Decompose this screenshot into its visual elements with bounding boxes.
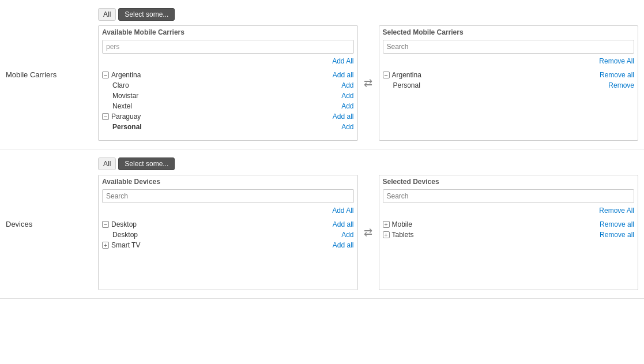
selected-devices-remove-all-link[interactable]: Remove All [599,207,634,215]
devices-transfer-icon: ⇄ [358,226,379,239]
selected-devices-group-tablets: + Tablets Remove all [379,230,638,240]
desktop-item: Desktop Add [99,230,357,240]
nextel-item: Nextel Add [99,101,357,111]
available-carriers-group-argentina: − Argentina Add all [99,70,357,80]
mobile-carriers-content: All Select some... Available Mobile Carr… [92,6,644,143]
mobile-carriers-dual-list: Available Mobile Carriers Add All − Arge… [98,25,638,141]
tablets-remove-all-link[interactable]: Remove all [600,231,634,239]
selected-devices-search[interactable] [383,189,635,203]
claro-item: Claro Add [99,80,357,91]
paraguay-group-label: Paraguay [111,112,333,121]
claro-add-link[interactable]: Add [341,81,353,89]
devices-section: Devices All Select some... Available Dev… [0,149,644,299]
available-mobile-carriers-header: Available Mobile Carriers [99,26,357,37]
desktop-collapse-icon[interactable]: − [102,221,109,228]
desktop-add-all-link[interactable]: Add all [333,220,354,228]
personal-selected-item: Personal Remove [379,80,638,91]
selected-argentina-group-label: Argentina [392,71,600,79]
available-mobile-carriers-add-all-link[interactable]: Add All [332,57,353,65]
personal-available-item: Personal Add [99,122,357,132]
mobile-carriers-all-button[interactable]: All [98,8,116,21]
available-mobile-carriers-search-wrapper [99,37,357,56]
paraguay-add-all-link[interactable]: Add all [333,112,354,121]
available-devices-search-wrapper [99,187,357,205]
argentina-group-label: Argentina [111,71,333,79]
claro-label: Claro [112,81,341,89]
movistar-label: Movistar [112,92,341,100]
personal-available-label: Personal [112,123,341,131]
devices-all-button[interactable]: All [98,157,116,170]
desktop-group-label: Desktop [111,220,333,228]
nextel-label: Nextel [112,102,341,110]
tablets-expand-icon[interactable]: + [383,231,390,238]
smarttv-expand-icon[interactable]: + [102,242,109,249]
selected-mobile-carriers-remove-all-link[interactable]: Remove All [599,57,634,65]
available-carriers-group-paraguay: − Paraguay Add all [99,111,357,122]
devices-content: All Select some... Available Devices Add… [92,155,644,292]
movistar-item: Movistar Add [99,91,357,101]
personal-available-add-link[interactable]: Add [341,123,353,131]
mobile-carriers-text: Mobile Carriers [6,70,57,79]
available-devices-group-smarttv: + Smart TV Add all [99,240,357,250]
paraguay-collapse-icon[interactable]: − [102,113,109,120]
desktop-add-link[interactable]: Add [341,231,353,239]
selected-mobile-carriers-list-body: − Argentina Remove all Personal Remove [379,67,638,93]
mobile-expand-icon[interactable]: + [383,221,390,228]
selected-argentina-remove-all-link[interactable]: Remove all [600,71,634,79]
mobile-carriers-top-controls: All Select some... [98,8,638,21]
argentina-collapse-icon[interactable]: − [102,72,109,78]
mobile-carriers-transfer-icon: ⇄ [358,77,379,89]
available-mobile-carriers-list-body: − Argentina Add all Claro Add Movistar A… [99,67,357,134]
mobile-remove-all-link[interactable]: Remove all [600,220,634,228]
selected-mobile-carriers-search[interactable] [383,40,635,54]
devices-text: Devices [6,220,32,228]
available-mobile-carriers-add-all-row: Add All [99,56,357,67]
mobile-carriers-label: Mobile Carriers [0,6,92,143]
smarttv-add-all-link[interactable]: Add all [333,241,354,249]
selected-devices-search-wrapper [379,187,638,205]
mobile-carriers-section: Mobile Carriers All Select some... Avail… [0,0,644,149]
movistar-add-link[interactable]: Add [341,92,353,100]
personal-selected-label: Personal [393,81,609,89]
selected-devices-group-mobile: + Mobile Remove all [379,219,638,230]
selected-carriers-group-argentina: − Argentina Remove all [379,70,638,80]
desktop-item-label: Desktop [112,231,341,239]
available-devices-add-all-row: Add All [99,205,357,217]
mobile-group-label: Mobile [392,220,600,228]
smarttv-group-label: Smart TV [111,241,333,249]
available-mobile-carriers-panel: Available Mobile Carriers Add All − Arge… [98,25,358,141]
personal-selected-remove-link[interactable]: Remove [608,81,634,89]
devices-top-controls: All Select some... [98,157,638,170]
selected-devices-header: Selected Devices [379,175,638,187]
available-devices-header: Available Devices [99,175,357,187]
tablets-group-label: Tablets [392,231,600,239]
selected-devices-panel: Selected Devices Remove All + Mobile Rem… [379,175,639,290]
mobile-carriers-select-some-button[interactable]: Select some... [118,8,175,21]
available-devices-add-all-link[interactable]: Add All [332,207,353,215]
selected-mobile-carriers-remove-all-row: Remove All [379,56,638,67]
argentina-add-all-link[interactable]: Add all [333,71,354,79]
selected-argentina-collapse-icon[interactable]: − [383,72,390,78]
devices-label: Devices [0,155,92,292]
selected-mobile-carriers-panel: Selected Mobile Carriers Remove All − Ar… [379,25,639,141]
selected-devices-list-body: + Mobile Remove all + Tablets Remove all [379,217,638,242]
selected-mobile-carriers-header: Selected Mobile Carriers [379,26,638,37]
available-devices-list-body: − Desktop Add all Desktop Add + Smart TV [99,217,357,253]
available-mobile-carriers-search[interactable] [102,40,354,54]
selected-devices-remove-all-row: Remove All [379,205,638,217]
available-devices-search[interactable] [102,189,354,203]
devices-select-some-button[interactable]: Select some... [118,157,175,170]
nextel-add-link[interactable]: Add [341,102,353,110]
available-devices-group-desktop: − Desktop Add all [99,219,357,230]
available-devices-panel: Available Devices Add All − Desktop Add … [98,175,358,290]
devices-dual-list: Available Devices Add All − Desktop Add … [98,175,638,290]
selected-mobile-carriers-search-wrapper [379,37,638,56]
